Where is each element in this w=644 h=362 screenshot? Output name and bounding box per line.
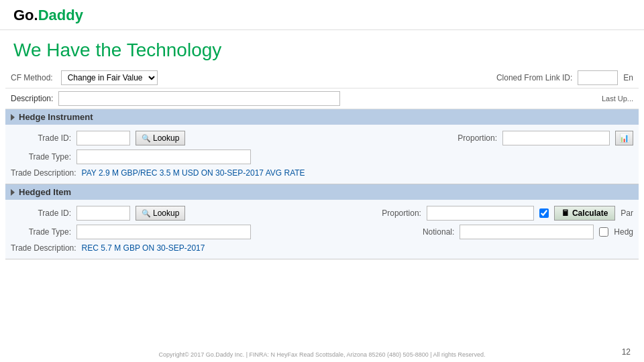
hedged-item-header: Hedged Item [5, 184, 639, 200]
cf-method-label: CF Method: [11, 73, 53, 82]
hedgeditem-lookup-button[interactable]: 🔍 Lookup [136, 206, 185, 221]
logo-highlight: Daddy [38, 7, 83, 23]
collapse-triangle-icon-2[interactable] [11, 189, 15, 196]
description-row: Description: GBP Link Derivative: 192, H… [5, 88, 639, 109]
collapse-triangle-icon[interactable] [11, 114, 15, 121]
cloned-label: Cloned From Link ID: [496, 73, 572, 82]
hedge-instrument-label: Hedge Instrument [19, 112, 93, 122]
hedgeditem-par-label: Par [621, 208, 633, 218]
description-input[interactable]: GBP Link Derivative: 192, Hedged Item : … [58, 91, 340, 106]
form-area: CF Method: Change in Fair Value Cloned F… [0, 68, 644, 259]
footer-copyright: Copyright© 2017 Go.Daddy Inc. | FINRA: N… [0, 351, 644, 358]
hedgeditem-notional-input[interactable] [460, 225, 594, 239]
enabled-label: En [623, 73, 633, 82]
hedgeditem-trade-desc-row: Trade Description: REC 5.7 M GBP ON 30-S… [11, 241, 633, 255]
hedgeditem-hedge-label: Hedg [614, 227, 633, 237]
hedgeditem-trade-type-row: Trade Type: Currency Exposure Notional: … [11, 223, 633, 241]
hedged-item-body: Trade ID: 155 🔍 Lookup Proportion: 50.52… [5, 200, 639, 259]
hi-lookup-label: Lookup [153, 133, 179, 143]
hedgeditem-trade-desc-link[interactable]: REC 5.7 M GBP ON 30-SEP-2017 [82, 243, 205, 253]
hedgeditem-notional-label: Notional: [394, 227, 454, 237]
hedgeditem-trade-desc-label: Trade Description: [11, 243, 76, 253]
hi-trade-desc-label: Trade Description: [11, 168, 76, 178]
hedgeditem-trade-id-label: Trade ID: [11, 208, 71, 218]
hedgeditem-proportion-label: Proportion: [361, 208, 421, 218]
hi-trade-type-row: Trade Type: FX Forward [11, 147, 633, 166]
hedgeditem-proportion-checkbox[interactable] [539, 208, 549, 218]
hedgeditem-trade-id-row: Trade ID: 155 🔍 Lookup Proportion: 50.52… [11, 204, 633, 223]
search-icon: 🔍 [142, 134, 151, 143]
hi-trade-type-input[interactable]: FX Forward [76, 149, 251, 164]
hi-trade-desc-row: Trade Description: PAY 2.9 M GBP/REC 3.5… [11, 166, 633, 180]
calc-icon: 🖩 [561, 208, 570, 218]
description-label: Description: [11, 94, 53, 103]
hedgeditem-trade-id-input[interactable]: 155 [76, 206, 130, 221]
cf-method-row: CF Method: Change in Fair Value Cloned F… [5, 68, 639, 88]
hedgeditem-trade-type-input[interactable]: Currency Exposure [76, 225, 251, 239]
logo: Go.Daddy [13, 7, 83, 24]
hi-trade-id-input[interactable]: 192 [76, 131, 130, 145]
hi-calc-icon-button[interactable]: 📊 [615, 131, 633, 145]
calc-label: Calculate [572, 208, 608, 218]
cloned-section: Cloned From Link ID: 548 En [496, 70, 633, 85]
hi-lookup-button[interactable]: 🔍 Lookup [136, 131, 185, 145]
cloned-value-input[interactable]: 548 [578, 70, 618, 85]
search-icon-2: 🔍 [142, 209, 151, 218]
hedgeditem-notional-group: Notional: Hedg [394, 225, 633, 239]
hedgeditem-notional-checkbox[interactable] [599, 227, 608, 237]
last-updated-label: Last Up... [602, 95, 633, 103]
hi-trade-id-label: Trade ID: [11, 133, 71, 143]
hedged-item-label: Hedged Item [19, 187, 71, 197]
page-title-section: We Have the Technology [0, 30, 644, 68]
page-number: 12 [622, 347, 631, 357]
cf-method-select[interactable]: Change in Fair Value [61, 70, 158, 85]
hedgeditem-trade-type-label: Trade Type: [11, 227, 71, 237]
page-title: We Have the Technology [13, 40, 631, 61]
app-header: Go.Daddy [0, 0, 644, 30]
hi-trade-type-label: Trade Type: [11, 152, 71, 162]
title-highlight: Technology [127, 40, 222, 60]
title-prefix: We Have the [13, 40, 127, 60]
hedgeditem-lookup-label: Lookup [153, 208, 179, 218]
hi-proportion-label: Proportion: [437, 133, 497, 143]
hi-trade-id-row: Trade ID: 192 🔍 Lookup Proportion: 27.45… [11, 129, 633, 147]
hedgeditem-calculate-button[interactable]: 🖩 Calculate [554, 206, 615, 221]
hedge-instrument-body: Trade ID: 192 🔍 Lookup Proportion: 27.45… [5, 125, 639, 184]
hedgeditem-proportion-group: Proportion: 50.5226832910685 🖩 Calculate… [361, 206, 633, 221]
hi-proportion-input[interactable]: 27.450194394089 [502, 131, 610, 145]
hedgeditem-proportion-input[interactable]: 50.5226832910685 [427, 206, 534, 221]
hi-trade-desc-link[interactable]: PAY 2.9 M GBP/REC 3.5 M USD ON 30-SEP-20… [82, 168, 305, 178]
hedge-instrument-header: Hedge Instrument [5, 109, 639, 125]
hi-proportion-group: Proportion: 27.450194394089 📊 [437, 131, 633, 145]
